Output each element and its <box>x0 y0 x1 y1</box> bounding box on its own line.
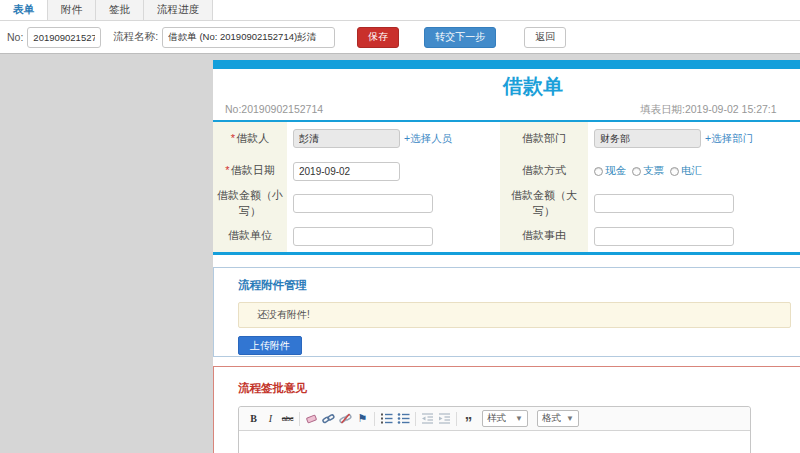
blockquote-icon[interactable]: ” <box>461 411 476 426</box>
select-department-link[interactable]: +选择部门 <box>705 132 753 146</box>
no-input[interactable] <box>27 27 101 48</box>
no-attachments-alert: 还没有附件! <box>238 302 791 328</box>
reason-input[interactable] <box>594 227 734 246</box>
chevron-down-icon: ▼ <box>566 414 574 423</box>
select-person-link[interactable]: +选择人员 <box>404 132 452 146</box>
borrow-date-cell <box>287 155 500 187</box>
amount-lower-cell <box>287 187 500 220</box>
radio-circle-icon[interactable] <box>632 167 641 176</box>
amount-upper-input[interactable] <box>594 194 734 213</box>
borrower-input[interactable] <box>293 129 400 148</box>
rich-text-editor: B I abc ⚑ <box>238 406 751 453</box>
required-mark: * <box>231 132 235 144</box>
tab-approval[interactable]: 签批 <box>96 0 144 20</box>
amount-lower-label: 借款金额（小写） <box>213 187 287 220</box>
toolbar-separator <box>415 412 416 426</box>
doc-number: No:20190902152714 <box>225 103 323 115</box>
link-icon[interactable] <box>321 411 336 426</box>
format-dropdown[interactable]: 格式 ▼ <box>537 410 579 427</box>
amount-upper-cell <box>588 187 800 220</box>
fill-date: 填表日期:2019-09-02 15:27:1 <box>640 100 777 118</box>
attachments-heading: 流程附件管理 <box>238 278 800 293</box>
strikethrough-icon[interactable]: abc <box>280 411 295 426</box>
radio-option-wire[interactable]: 电汇 <box>670 164 702 178</box>
required-mark: * <box>225 164 229 176</box>
toolbar-separator <box>374 412 375 426</box>
divider-line <box>213 252 800 255</box>
radio-circle-icon[interactable] <box>594 167 603 176</box>
indent-icon[interactable] <box>437 411 452 426</box>
form-meta-row: No:20190902152714 填表日期:2019-09-02 15:27:… <box>213 100 800 120</box>
tab-bar: 表单 附件 签批 流程进度 <box>0 0 800 21</box>
save-button[interactable]: 保存 <box>357 27 399 48</box>
flow-name-label: 流程名称: <box>113 30 158 44</box>
editor-content-area[interactable] <box>239 431 750 453</box>
borrower-cell: +选择人员 <box>287 122 500 155</box>
page-background: 借款单 No:20190902152714 填表日期:2019-09-02 15… <box>0 54 800 453</box>
italic-icon[interactable]: I <box>263 411 278 426</box>
form-grid: *借款人 +选择人员 借款部门 +选择部门 *借款日期 借款方式 <box>213 122 800 252</box>
styles-dropdown[interactable]: 样式 ▼ <box>482 410 528 427</box>
editor-toolbar: B I abc ⚑ <box>239 407 750 431</box>
radio-option-cheque[interactable]: 支票 <box>632 164 664 178</box>
toolbar-separator <box>456 412 457 426</box>
unit-label: 借款单位 <box>213 220 287 252</box>
method-label: 借款方式 <box>500 155 588 187</box>
unit-cell <box>287 220 500 252</box>
tab-form[interactable]: 表单 <box>0 0 48 20</box>
borrower-label: *借款人 <box>213 122 287 155</box>
form-panel: 借款单 No:20190902152714 填表日期:2019-09-02 15… <box>213 60 800 453</box>
department-input[interactable] <box>594 129 701 148</box>
unordered-list-icon[interactable] <box>396 411 411 426</box>
outdent-icon[interactable] <box>420 411 435 426</box>
unit-input[interactable] <box>293 227 433 246</box>
tab-attachments[interactable]: 附件 <box>48 0 96 20</box>
tab-progress[interactable]: 流程进度 <box>144 0 213 20</box>
borrow-date-input[interactable] <box>293 162 400 181</box>
panel-top-bar <box>213 60 800 69</box>
toolbar-separator <box>299 412 300 426</box>
reason-label: 借款事由 <box>500 220 588 252</box>
department-cell: +选择部门 <box>588 122 800 155</box>
next-step-button[interactable]: 转交下一步 <box>424 27 496 48</box>
ordered-list-icon[interactable] <box>379 411 394 426</box>
unlink-icon[interactable] <box>338 411 353 426</box>
reason-cell <box>588 220 800 252</box>
flow-name-input[interactable] <box>162 27 335 48</box>
upload-attachment-button[interactable]: 上传附件 <box>238 336 302 355</box>
bold-icon[interactable]: B <box>246 411 261 426</box>
back-button[interactable]: 返回 <box>524 27 566 48</box>
department-label: 借款部门 <box>500 122 588 155</box>
remove-format-icon[interactable] <box>304 411 319 426</box>
attachments-section: 流程附件管理 还没有附件! 上传附件 <box>213 267 800 357</box>
radio-circle-icon[interactable] <box>670 167 679 176</box>
amount-lower-input[interactable] <box>293 194 433 213</box>
command-bar: No: 流程名称: 保存 转交下一步 返回 <box>0 21 800 54</box>
radio-option-cash[interactable]: 现金 <box>594 164 626 178</box>
form-title: 借款单 <box>213 69 800 100</box>
signoff-section: 流程签批意见 B I abc ⚑ <box>213 366 800 453</box>
no-label: No: <box>7 31 23 43</box>
borrow-date-label: *借款日期 <box>213 155 287 187</box>
anchor-flag-icon[interactable]: ⚑ <box>355 411 370 426</box>
method-cell: 现金 支票 电汇 <box>588 155 800 187</box>
amount-upper-label: 借款金额（大写） <box>500 187 588 220</box>
signoff-heading: 流程签批意见 <box>238 381 800 396</box>
chevron-down-icon: ▼ <box>515 414 523 423</box>
